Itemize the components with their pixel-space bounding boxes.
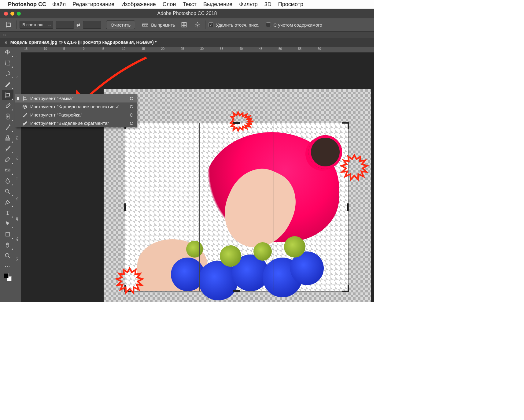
subject-bun [308,135,342,169]
svg-marker-9 [341,155,367,180]
crop-handle-tr[interactable] [342,122,349,129]
straighten-icon[interactable] [141,20,150,29]
pen-tool[interactable] [2,197,13,207]
gradient-tool[interactable] [2,165,13,175]
ruler-origin[interactable] [15,46,21,53]
overlay-grid-icon[interactable] [179,20,189,29]
ratio-preset-select[interactable]: В соотнош… ⌄ [20,21,53,29]
flyout-item-icon [22,113,28,117]
shape-tool[interactable] [2,229,13,239]
menu-select[interactable]: Выделение [203,1,232,8]
eraser-tool[interactable] [2,154,13,164]
flyout-item-0[interactable]: Инструмент "Рамка"C [15,94,137,102]
crop-settings-icon[interactable] [193,20,202,29]
menu-3d[interactable]: 3D [264,1,271,8]
lasso-tool[interactable] [2,69,13,79]
menu-text[interactable]: Текст [183,1,197,8]
menu-edit[interactable]: Редактирование [72,1,114,8]
stamp-tool[interactable] [2,133,13,143]
traffic-lights [4,12,21,16]
document-tab-row: × Модель оригинал.jpg @ 62,1% (Просмотр … [0,38,374,46]
flyout-item-icon [22,96,28,101]
minimize-window-icon[interactable] [10,12,14,16]
flyout-item-2[interactable]: Инструмент "Раскройка"C [15,111,137,119]
swap-ratio-icon[interactable]: ⇄ [76,22,80,28]
zoom-window-icon[interactable] [17,12,21,16]
horizontal-ruler[interactable]: 15105051015202530354045505560 [21,46,374,53]
clear-button[interactable]: Очистить [106,20,135,29]
type-tool[interactable] [2,208,13,218]
brush-tool[interactable] [2,122,13,132]
straighten-label[interactable]: Выпрямить [151,22,175,28]
flyout-item-shortcut: C [130,121,133,126]
flyout-item-label: Инструмент "Кадрирование перспективы" [30,104,127,109]
crop-tool-icon[interactable] [4,20,13,29]
document-tab[interactable]: × Модель оригинал.jpg @ 62,1% (Просмотр … [0,38,161,46]
ratio-w-field[interactable] [56,21,74,29]
zoom-tool[interactable] [2,251,13,261]
svg-point-1 [197,24,198,26]
menu-file[interactable]: Файл [52,1,66,8]
crop-tool-flyout: Инструмент "Рамка"CИнструмент "Кадрирова… [15,94,137,127]
window-title: Adobe Photoshop CC 2018 [0,11,374,16]
move-tool[interactable] [2,47,13,57]
path-select-tool[interactable] [2,218,13,229]
panel-collapse-strip[interactable]: ›› [0,32,374,38]
content-aware-checkbox[interactable] [266,22,271,27]
menu-image[interactable]: Изображение [121,1,156,8]
svg-marker-10 [117,268,142,293]
menu-view[interactable]: Просмотр [278,1,303,8]
flyout-item-icon [22,104,28,109]
flyout-item-shortcut: C [130,96,133,101]
crop-tool[interactable] [2,90,13,100]
marquee-tool[interactable] [2,58,13,68]
close-tab-icon[interactable]: × [5,40,7,45]
hand-tool[interactable] [2,240,13,250]
window-titlebar: Adobe Photoshop CC 2018 [0,9,374,18]
app-name[interactable]: Photoshop CC [8,1,46,8]
annotation-starburst-3 [113,267,146,297]
crop-handle-bottom[interactable] [233,290,240,292]
crop-box[interactable] [125,123,348,291]
subject-flowers [162,224,333,302]
dodge-tool[interactable] [2,186,13,196]
history-brush-tool[interactable] [2,143,13,154]
delete-cropped-checkbox[interactable] [208,22,213,27]
menu-layers[interactable]: Слои [163,1,176,8]
document-tab-title: Модель оригинал.jpg @ 62,1% (Просмотр ка… [10,40,157,45]
crop-handle-br[interactable] [342,285,349,292]
chevron-down-icon: ⌄ [48,22,51,27]
mac-menubar: Photoshop CC Файл Редактирование Изображ… [0,0,374,9]
flyout-item-3[interactable]: Инструмент "Выделение фрагмента"C [15,119,137,127]
eyedropper-tool[interactable] [2,101,13,111]
svg-rect-0 [142,24,148,26]
svg-marker-8 [231,112,253,131]
flyout-item-shortcut: C [130,112,133,117]
ratio-preset-label: В соотнош… [22,22,48,27]
crop-handle-left[interactable] [124,203,126,211]
menu-filter[interactable]: Фильтр [239,1,257,8]
flyout-item-shortcut: C [130,104,133,109]
annotation-starburst-1 [229,111,266,132]
flyout-item-label: Инструмент "Раскройка" [30,112,127,117]
fg-bg-swatch[interactable] [2,272,13,282]
flyout-item-1[interactable]: Инструмент "Кадрирование перспективы"C [15,102,137,111]
close-window-icon[interactable] [4,12,8,16]
crop-handle-right[interactable] [347,203,349,211]
blur-tool[interactable] [2,176,13,186]
delete-cropped-label: Удалить отсеч. пикс. [216,22,260,28]
magic-wand-tool[interactable] [2,79,13,89]
canvas[interactable] [21,53,374,302]
annotation-starburst-2 [339,154,370,184]
ratio-h-field[interactable] [83,21,101,29]
content-aware-label: С учетом содержимого [273,22,322,28]
svg-point-7 [5,253,9,257]
edit-toolbar-icon[interactable]: ··· [2,261,13,271]
svg-rect-6 [6,232,9,236]
vertical-ruler[interactable]: 05101520253035404550 [15,53,21,302]
canvas-area: 15105051015202530354045505560 0510152025… [15,46,374,302]
flyout-item-label: Инструмент "Выделение фрагмента" [30,121,127,126]
healing-brush-tool[interactable] [2,111,13,121]
options-bar: В соотнош… ⌄ ⇄ Очистить Выпрямить Удалит… [0,18,374,32]
svg-point-5 [5,189,8,192]
